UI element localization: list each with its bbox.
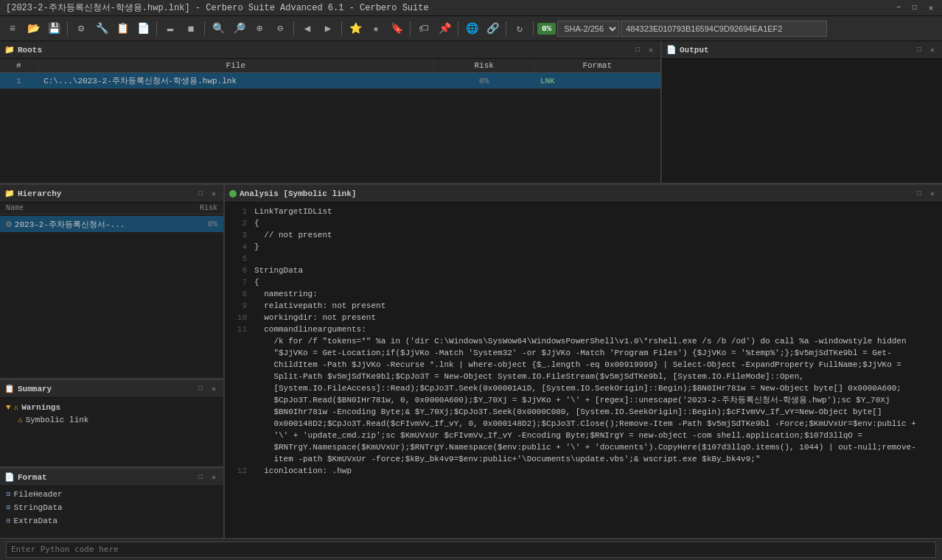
toolbar-btn-13[interactable]: ⊖ (271, 19, 290, 38)
warning-icon: ⚠ (14, 402, 19, 412)
hierarchy-panel-header: 📁 Hierarchy □ ✕ (0, 185, 223, 203)
toolbar-btn-3[interactable]: 💾 (44, 19, 63, 38)
toolbar-btn-15[interactable]: ★ (366, 19, 385, 38)
roots-controls: □ ✕ (632, 45, 656, 55)
close-button[interactable]: ✕ (926, 3, 936, 13)
output-label: Output (680, 46, 709, 55)
code-line: 0x000148D2;$CpJo3T.Read($cFIvmVv_If_vY, … (225, 418, 942, 430)
line-number (225, 371, 254, 382)
output-panel-header: 📄 Output □ ✕ (662, 41, 942, 59)
maximize-button[interactable]: □ (910, 3, 920, 13)
roots-expand-btn[interactable]: □ (632, 45, 643, 55)
sha-select[interactable]: SHA-2/256 SHA-1 MD5 (557, 21, 619, 37)
code-line: 4} (225, 241, 942, 253)
code-line: 11 commandlinearguments: (225, 323, 942, 335)
hier-col-name: Name (6, 204, 181, 212)
format-expand-btn[interactable]: □ (195, 472, 206, 483)
toolbar-btn-18[interactable]: 📌 (435, 19, 454, 38)
code-line: 5 (225, 253, 942, 265)
toolbar-btn-6[interactable]: 📋 (113, 19, 132, 38)
line-number: 6 (225, 265, 254, 276)
line-number: 2 (225, 217, 254, 229)
fileheader-icon: ≡ (6, 490, 11, 499)
toolbar-btn-8[interactable]: ▬ (161, 19, 180, 38)
toolbar: ≡ 📂 💾 ⚙ 🔧 📋 📄 ▬ ◼ 🔍 🔎 ⊕ ⊖ ◀ ▶ ⭐ ★ 🔖 🏷 📌 … (0, 16, 942, 41)
toolbar-back[interactable]: ◀ (298, 19, 317, 38)
toolbar-btn-21[interactable]: ↻ (510, 19, 529, 38)
format-close-btn[interactable]: ✕ (209, 472, 219, 483)
code-area[interactable]: 1LinkTargetIDList2{3 // not present4}56S… (225, 203, 942, 538)
line-number (225, 394, 254, 406)
line-content: namestring: (254, 288, 942, 300)
code-line: $RNTrgY.Namespace($KmUVxUr);$RNTrgY.Name… (225, 441, 942, 453)
stringdata-icon: ≡ (6, 503, 11, 512)
hierarchy-icon: 📁 (4, 189, 15, 198)
python-input[interactable] (6, 542, 936, 558)
summary-label: Summary (18, 385, 52, 393)
toolbar-btn-20[interactable]: 🔗 (483, 19, 502, 38)
code-line: 3 // not present (225, 229, 942, 241)
line-number: 4 (225, 241, 254, 253)
toolbar-btn-7[interactable]: 📄 (133, 19, 153, 38)
code-line: 1LinkTargetIDList (225, 206, 942, 217)
toolbar-btn-12[interactable]: ⊕ (250, 19, 269, 38)
toolbar-btn-4[interactable]: ⚙ (71, 19, 91, 38)
code-line: 10 workingdir: not present (225, 312, 942, 323)
format-item-stringdata[interactable]: ≡ StringData (0, 501, 223, 514)
toolbar-btn-10[interactable]: 🔍 (209, 19, 228, 38)
toolbar-btn-17[interactable]: 🏷 (414, 19, 433, 38)
hierarchy-expand-btn[interactable]: □ (195, 189, 206, 199)
toolbar-btn-9[interactable]: ◼ (181, 19, 200, 38)
toolbar-btn-16[interactable]: 🔖 (387, 19, 406, 38)
line-number: 10 (225, 312, 254, 323)
line-content: 0x000148D2;$CpJo3T.Read($cFIvmVv_If_vY, … (254, 418, 942, 430)
code-line: /k for /f "tokens=*" %a in ('dir C:\Wind… (225, 335, 942, 347)
code-line: 6StringData (225, 265, 942, 276)
analysis-panel: Analysis [Symbolic link] □ ✕ 1LinkTarget… (225, 185, 942, 538)
summary-group-header[interactable]: ▼ ⚠ Warnings (6, 401, 217, 413)
symbolic-link-label: Symbolic link (26, 416, 89, 424)
output-icon: 📄 (666, 45, 677, 55)
format-content: ≡ FileHeader ≡ StringData ≡ ExtraData (0, 486, 223, 538)
analysis-label: Analysis [Symbolic link] (240, 189, 356, 198)
toolbar-btn-1[interactable]: ≡ (3, 19, 22, 38)
hierarchy-item-risk: 0% (181, 220, 217, 228)
output-expand-btn[interactable]: □ (914, 45, 924, 55)
col-format: Format (534, 59, 660, 73)
toolbar-btn-5[interactable]: 🔧 (92, 19, 111, 38)
hash-toggle-button[interactable]: 0% (537, 23, 556, 35)
toolbar-btn-11[interactable]: 🔎 (229, 19, 248, 38)
format-item-fileheader[interactable]: ≡ FileHeader (0, 488, 223, 501)
minimize-button[interactable]: − (893, 3, 904, 13)
line-content: StringData (254, 265, 942, 276)
toolbar-btn-14[interactable]: ⭐ (346, 19, 365, 38)
hash-value-input[interactable] (621, 21, 827, 37)
roots-close-btn[interactable]: ✕ (646, 45, 656, 55)
line-number: 12 (225, 465, 254, 477)
summary-item-symbolic-link[interactable]: ⚠ Symbolic link (6, 413, 217, 426)
sep-5 (341, 21, 342, 36)
line-content: relativepath: not present (254, 300, 942, 312)
summary-panel: 📋 Summary □ ✕ ▼ ⚠ Warnings (0, 380, 223, 469)
main-area: 📁 Roots □ ✕ # File Risk Format (0, 41, 942, 560)
line-number (225, 406, 254, 418)
line-number (225, 359, 254, 371)
hierarchy-item[interactable]: ⚙ 2023-2-주차등록신청서-... 0% (0, 216, 223, 232)
hierarchy-close-btn[interactable]: ✕ (209, 189, 219, 199)
analysis-expand-btn[interactable]: □ (914, 189, 924, 199)
sep-1 (67, 21, 68, 36)
line-number: 9 (225, 300, 254, 312)
analysis-close-btn[interactable]: ✕ (927, 189, 938, 199)
toolbar-btn-19[interactable]: 🌐 (462, 19, 481, 38)
output-controls: □ ✕ (914, 45, 938, 55)
table-row[interactable]: 1 C:\...\2023-2-주차등록신청서-학생용.hwp.lnk 0% L… (0, 73, 660, 89)
toolbar-btn-2[interactable]: 📂 (24, 19, 43, 38)
summary-expand-btn[interactable]: □ (195, 384, 206, 394)
format-label: Format (18, 473, 47, 482)
roots-icon: 📁 (4, 45, 15, 55)
line-content: ChildItem -Path $JjVKo -Recurse *.lnk | … (254, 359, 942, 371)
toolbar-forward[interactable]: ▶ (318, 19, 338, 38)
format-item-extradata[interactable]: ≡ ExtraData (0, 514, 223, 528)
summary-close-btn[interactable]: ✕ (209, 384, 219, 394)
output-close-btn[interactable]: ✕ (927, 45, 938, 55)
